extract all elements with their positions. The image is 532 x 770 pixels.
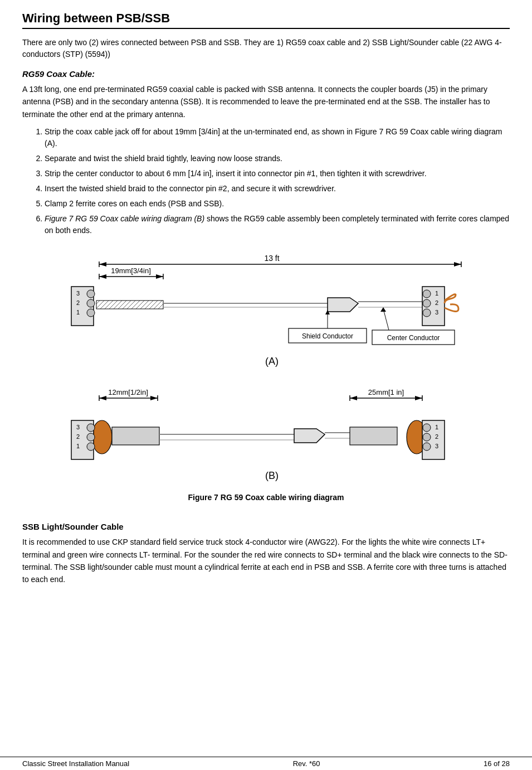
- step6-italic: Figure 7 RG 59 Coax cable wiring diagram…: [45, 214, 204, 223]
- svg-text:2: 2: [435, 299, 438, 306]
- svg-text:3: 3: [76, 424, 79, 430]
- svg-text:1: 1: [435, 424, 438, 430]
- svg-text:(A): (A): [265, 356, 279, 367]
- svg-text:1: 1: [435, 290, 438, 297]
- svg-text:25mm[1 in]: 25mm[1 in]: [368, 388, 403, 396]
- svg-marker-39: [380, 307, 386, 312]
- svg-marker-3: [99, 262, 106, 267]
- svg-point-28: [423, 309, 431, 317]
- svg-text:3: 3: [76, 290, 79, 297]
- diagram-B: 12mm[1/2in] 25mm[1 in] 3 2 1: [55, 381, 478, 493]
- step-4: Insert the twisted shield braid to the c…: [45, 183, 510, 195]
- svg-point-57: [87, 443, 95, 451]
- svg-marker-45: [150, 396, 158, 400]
- section2: SSB Light/Sounder Cable It is recommende…: [22, 522, 510, 614]
- svg-text:13 ft: 13 ft: [264, 254, 279, 263]
- svg-text:1: 1: [76, 309, 79, 316]
- step-1: Strip the coax cable jack off for about …: [45, 126, 510, 149]
- svg-text:Center Conductor: Center Conductor: [387, 334, 440, 342]
- svg-text:2: 2: [435, 433, 438, 440]
- step-6: Figure 7 RG 59 Coax cable wiring diagram…: [45, 213, 510, 236]
- section1-title: RG59 Coax Cable:: [22, 69, 510, 79]
- svg-text:2: 2: [76, 299, 79, 306]
- figure-label: Figure 7 RG 59 Coax cable wiring diagram: [188, 493, 344, 502]
- svg-text:3: 3: [435, 443, 438, 449]
- svg-line-38: [383, 309, 389, 330]
- page-title: Wiring between PSB/SSB: [22, 11, 510, 29]
- svg-point-15: [87, 309, 95, 317]
- section2-title: SSB Light/Sounder Cable: [22, 522, 510, 531]
- footer-right: 16 of 28: [484, 759, 510, 768]
- svg-point-13: [87, 290, 95, 298]
- svg-marker-51: [350, 396, 357, 400]
- svg-marker-64: [294, 429, 325, 443]
- svg-marker-50: [415, 396, 422, 400]
- section2-body: It is recommended to use CKP standard fi…: [22, 536, 510, 586]
- svg-point-27: [423, 299, 431, 307]
- svg-text:12mm[1/2in]: 12mm[1/2in]: [108, 388, 148, 396]
- footer-left: Classic Street Installation Manual: [22, 759, 129, 768]
- svg-point-14: [87, 299, 95, 307]
- svg-marker-22: [328, 298, 358, 312]
- diagram-A: 13 ft 19mm[3/4in] 3 2 1: [55, 248, 478, 376]
- step-3: Strip the center conductor to about 6 mm…: [45, 168, 510, 180]
- svg-rect-61: [112, 427, 159, 445]
- svg-marker-44: [99, 396, 106, 400]
- svg-point-70: [423, 424, 431, 432]
- intro-text: There are only two (2) wires connected b…: [22, 37, 510, 60]
- svg-text:2: 2: [76, 433, 79, 440]
- svg-rect-67: [350, 427, 397, 445]
- svg-text:19mm[3/4in]: 19mm[3/4in]: [111, 267, 151, 275]
- svg-text:3: 3: [435, 309, 438, 316]
- step-5: Clamp 2 ferrite cores on each ends (PSB …: [45, 198, 510, 210]
- svg-point-26: [423, 290, 431, 298]
- footer-center: Rev. *60: [293, 759, 320, 768]
- svg-rect-19: [96, 301, 163, 309]
- svg-text:Shield Conductor: Shield Conductor: [301, 332, 353, 340]
- svg-point-72: [423, 443, 431, 451]
- svg-point-71: [423, 433, 431, 441]
- svg-marker-10: [156, 274, 163, 279]
- svg-marker-9: [99, 274, 106, 279]
- svg-point-55: [87, 424, 95, 432]
- svg-text:(B): (B): [265, 470, 279, 481]
- section1-body: A 13ft long, one end pre-terminated RG59…: [22, 83, 510, 120]
- svg-text:1: 1: [76, 443, 79, 449]
- diagram-container: 13 ft 19mm[3/4in] 3 2 1: [22, 248, 510, 511]
- svg-point-56: [87, 433, 95, 441]
- step-2: Separate and twist the shield braid tigh…: [45, 153, 510, 164]
- footer-bar: Classic Street Installation Manual Rev. …: [0, 757, 532, 770]
- svg-marker-4: [454, 262, 461, 267]
- steps-list: Strip the coax cable jack off for about …: [45, 126, 510, 236]
